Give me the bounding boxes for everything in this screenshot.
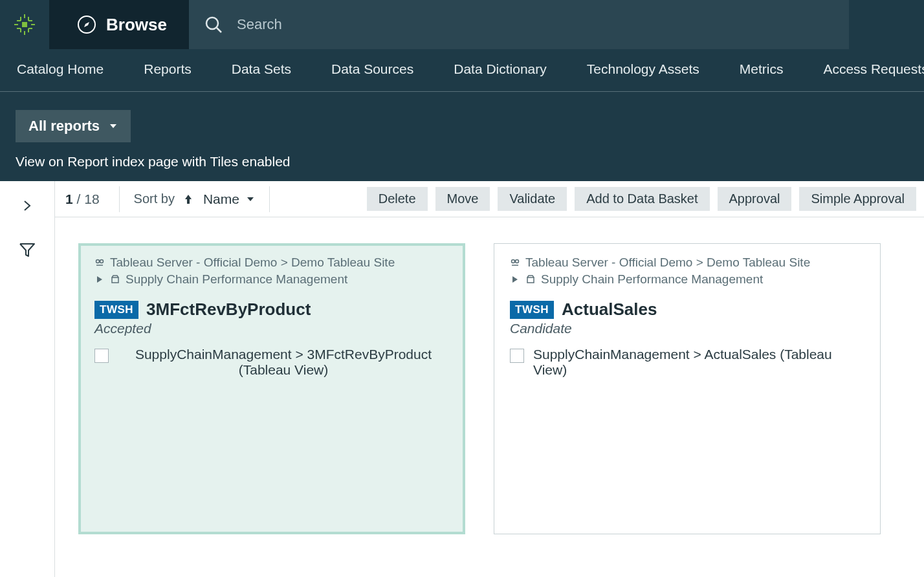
caret-down-icon bbox=[246, 195, 255, 204]
svg-marker-18 bbox=[185, 195, 192, 204]
tile-breadcrumb-2: Supply Chain Performance Management bbox=[94, 272, 449, 287]
sub-header: All reports View on Report index page wi… bbox=[0, 92, 924, 181]
nav-technology-assets[interactable]: Technology Assets bbox=[587, 61, 699, 80]
view-filter-dropdown[interactable]: All reports bbox=[16, 110, 131, 142]
page-current: 1 bbox=[65, 191, 73, 206]
svg-line-16 bbox=[217, 28, 221, 32]
validate-button[interactable]: Validate bbox=[498, 187, 567, 211]
sort-by-label: Sort by bbox=[134, 191, 175, 206]
svg-marker-17 bbox=[110, 124, 116, 128]
svg-rect-23 bbox=[112, 278, 118, 283]
svg-point-25 bbox=[516, 260, 519, 263]
linked-asset-text[interactable]: SupplyChainManagement > ActualSales (Tab… bbox=[533, 347, 864, 378]
app-logo[interactable] bbox=[0, 0, 49, 49]
svg-point-21 bbox=[100, 260, 104, 263]
nav-data-dictionary[interactable]: Data Dictionary bbox=[454, 61, 547, 80]
simple-approval-button[interactable]: Simple Approval bbox=[799, 187, 916, 211]
toolbar-actions: Delete Move Validate Add to Data Basket … bbox=[367, 187, 916, 211]
tile-title-row: TWSH 3MFctRevByProduct bbox=[94, 299, 449, 320]
tile-breadcrumb-1: Tableau Server - Official Demo > Demo Ta… bbox=[510, 256, 864, 270]
app-header: Browse bbox=[0, 0, 924, 49]
caret-down-icon bbox=[109, 122, 118, 131]
folder-icon bbox=[525, 274, 536, 285]
browse-section[interactable]: Browse bbox=[49, 0, 189, 49]
tile-title-row: TWSH ActualSales bbox=[510, 299, 864, 320]
list-toolbar: 1 / 18 Sort by Name Delete Move Validate… bbox=[55, 181, 924, 217]
tile-title[interactable]: 3MFctRevByProduct bbox=[146, 299, 311, 320]
sort-direction-icon[interactable] bbox=[182, 193, 194, 205]
tile-linked-asset-row: SupplyChainManagement > ActualSales (Tab… bbox=[510, 347, 864, 378]
svg-marker-14 bbox=[84, 22, 89, 27]
tile-status: Candidate bbox=[510, 321, 864, 336]
compass-icon bbox=[76, 14, 97, 35]
sub-header-description: View on Report index page with Tiles ena… bbox=[16, 154, 924, 169]
search-icon bbox=[204, 16, 223, 34]
search-input[interactable] bbox=[237, 16, 833, 33]
filter-icon bbox=[18, 241, 36, 259]
nav-data-sources[interactable]: Data Sources bbox=[331, 61, 413, 80]
delete-button[interactable]: Delete bbox=[367, 187, 428, 211]
triangle-right-icon bbox=[94, 274, 105, 285]
nav-catalog-home[interactable]: Catalog Home bbox=[17, 61, 104, 80]
page-indicator: 1 / 18 bbox=[63, 191, 105, 207]
left-rail bbox=[0, 181, 55, 577]
expand-panel-button[interactable] bbox=[14, 193, 40, 219]
divider bbox=[119, 186, 120, 212]
report-tile[interactable]: Tableau Server - Official Demo > Demo Ta… bbox=[78, 243, 465, 534]
svg-rect-12 bbox=[22, 22, 27, 27]
filter-button[interactable] bbox=[14, 237, 40, 263]
tile-grid: Tableau Server - Official Demo > Demo Ta… bbox=[55, 217, 924, 560]
triangle-right-icon bbox=[510, 274, 520, 285]
divider bbox=[269, 186, 270, 212]
main-area: 1 / 18 Sort by Name Delete Move Validate… bbox=[55, 181, 924, 577]
content-row: 1 / 18 Sort by Name Delete Move Validate… bbox=[0, 181, 924, 577]
svg-point-15 bbox=[206, 17, 218, 29]
page-total: 18 bbox=[84, 191, 99, 206]
system-icon bbox=[94, 257, 105, 268]
nav-data-sets[interactable]: Data Sets bbox=[232, 61, 291, 80]
nav-metrics[interactable]: Metrics bbox=[740, 61, 784, 80]
svg-marker-26 bbox=[512, 276, 518, 283]
svg-rect-27 bbox=[527, 278, 534, 283]
svg-marker-19 bbox=[247, 197, 254, 201]
nav-access-requests[interactable]: Access Requests bbox=[823, 61, 924, 80]
dropdown-label: All reports bbox=[28, 118, 100, 135]
search-bar[interactable] bbox=[189, 0, 849, 49]
linked-asset-checkbox[interactable] bbox=[94, 349, 109, 363]
asset-type-badge: TWSH bbox=[94, 301, 138, 319]
collibra-logo-icon bbox=[13, 13, 36, 36]
browse-label: Browse bbox=[106, 15, 167, 35]
sort-field-dropdown[interactable]: Name bbox=[203, 191, 255, 207]
tile-linked-asset-row: SupplyChainManagement > 3MFctRevByProduc… bbox=[94, 347, 449, 378]
asset-type-badge: TWSH bbox=[510, 301, 554, 319]
chevron-right-icon bbox=[21, 199, 34, 212]
svg-point-20 bbox=[96, 260, 100, 263]
sort-field-label: Name bbox=[203, 191, 239, 207]
tile-title[interactable]: ActualSales bbox=[562, 299, 657, 320]
tile-breadcrumb-2: Supply Chain Performance Management bbox=[510, 272, 864, 287]
move-button[interactable]: Move bbox=[435, 187, 490, 211]
svg-marker-22 bbox=[97, 276, 102, 283]
report-tile[interactable]: Tableau Server - Official Demo > Demo Ta… bbox=[494, 243, 881, 534]
add-to-basket-button[interactable]: Add to Data Basket bbox=[575, 187, 709, 211]
linked-asset-text[interactable]: SupplyChainManagement > 3MFctRevByProduc… bbox=[118, 347, 449, 378]
linked-asset-checkbox[interactable] bbox=[510, 349, 524, 363]
tile-status: Accepted bbox=[94, 321, 449, 336]
folder-icon bbox=[110, 274, 120, 285]
main-nav: Catalog Home Reports Data Sets Data Sour… bbox=[0, 49, 924, 92]
sort-by: Sort by bbox=[134, 191, 194, 206]
svg-point-24 bbox=[512, 260, 515, 263]
approval-button[interactable]: Approval bbox=[718, 187, 792, 211]
system-icon bbox=[510, 257, 520, 268]
tile-breadcrumb-1: Tableau Server - Official Demo > Demo Ta… bbox=[94, 256, 449, 270]
nav-reports[interactable]: Reports bbox=[144, 61, 192, 80]
